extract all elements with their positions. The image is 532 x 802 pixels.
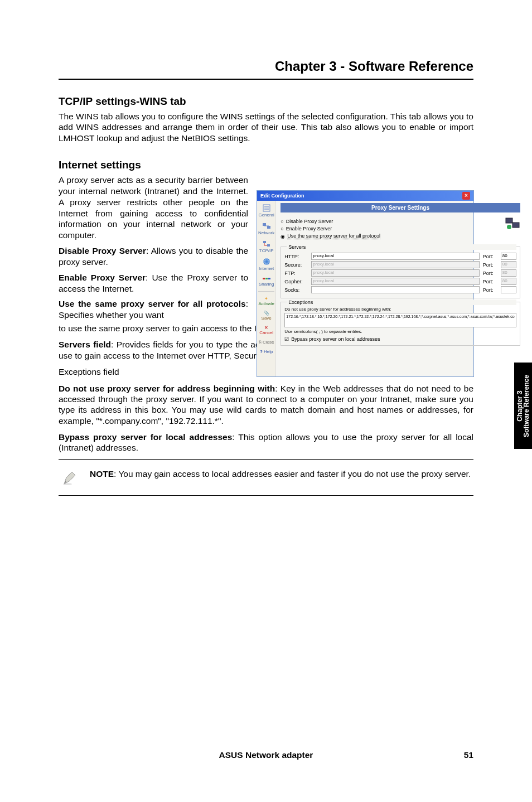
same-proxy-text: Use the same proxy server for all protoc… <box>59 298 248 321</box>
close-icon[interactable]: × <box>462 192 470 200</box>
side-tab-line2: Software Reference <box>523 375 530 437</box>
sidebar-item-network[interactable]: Network <box>258 221 274 236</box>
dialog-titlebar: Edit Configuration × <box>257 191 473 201</box>
secure-input: proxy.local <box>311 261 479 268</box>
chapter-title: Chapter 3 - Software Reference <box>59 59 473 74</box>
svg-rect-8 <box>267 244 270 247</box>
socks-port[interactable] <box>501 286 516 293</box>
sidebar-item-help[interactable]: ? Help <box>258 348 274 355</box>
gopher-port: 80 <box>501 278 516 285</box>
svg-rect-4 <box>263 223 266 226</box>
svg-rect-7 <box>263 241 266 243</box>
note-rest: : You may gain access to local addresses… <box>114 469 471 479</box>
svg-point-17 <box>507 225 511 229</box>
bypass-proxy-text: Bypass proxy server for local addresses:… <box>59 432 473 453</box>
network-icon <box>262 222 271 230</box>
http-label: HTTP: <box>284 254 308 259</box>
http-input[interactable]: proxy.local <box>311 253 479 260</box>
dialog-sidebar: General Network TCP/IP Internet Sharing … <box>257 201 276 376</box>
sidebar-item-general[interactable]: General <box>258 203 274 219</box>
radio-same[interactable]: ◉Use the same proxy server for all proto… <box>280 233 380 239</box>
svg-rect-14 <box>268 278 270 279</box>
dialog-window: Edit Configuration × General Network TCP… <box>257 190 474 377</box>
bypass-proxy-bold: Bypass proxy server for local addresses <box>59 432 232 442</box>
note-block: NOTE: You may gain access to local addre… <box>59 459 473 496</box>
svg-rect-5 <box>267 226 270 229</box>
http-port[interactable]: 80 <box>501 253 516 260</box>
svg-rect-15 <box>506 218 512 223</box>
pencil-icon <box>62 470 79 486</box>
proxy-banner: Proxy Server Settings <box>280 203 520 212</box>
tcpip-icon <box>262 240 271 248</box>
notepad-icon <box>262 204 271 212</box>
dialog-title: Edit Configuration <box>260 193 304 199</box>
secure-port: 80 <box>501 261 516 268</box>
socks-input[interactable] <box>311 286 479 293</box>
servers-field-bold: Servers field <box>59 340 111 349</box>
radio-enable[interactable]: ○Enable Proxy Server <box>280 226 380 231</box>
enable-proxy-bold: Enable Proxy Server <box>59 273 146 282</box>
secure-label: Secure: <box>284 262 308 268</box>
not-use-proxy-text: Do not use proxy server for address begi… <box>59 383 473 427</box>
wins-body: The WINS tab allows you to configure the… <box>59 111 473 143</box>
side-tab: Chapter 3 Software Reference <box>514 363 532 449</box>
ftp-label: FTP: <box>284 270 308 276</box>
same-proxy-bold: Use the same proxy server for all protoc… <box>59 299 246 308</box>
divider <box>59 79 473 80</box>
footer-page: 51 <box>464 750 473 760</box>
sidebar-item-close[interactable]: ⎘ Close <box>258 339 274 346</box>
internet-p1: A proxy server acts as a security barrie… <box>59 175 248 241</box>
sidebar-item-cancel[interactable]: ✕ Cancel <box>258 324 274 336</box>
sidebar-item-activate[interactable]: ✦ Activate <box>258 295 274 307</box>
note-text: NOTE: You may gain access to local addre… <box>90 468 471 479</box>
globe-icon <box>262 258 271 265</box>
ftp-input: proxy.local <box>311 269 479 277</box>
section-internet-title: Internet settings <box>59 159 473 171</box>
dialog-main: Proxy Server Settings ○Disable Proxy Ser… <box>276 201 524 376</box>
gopher-input: proxy.local <box>311 278 479 285</box>
note-bold: NOTE <box>90 469 114 479</box>
ftp-port: 80 <box>501 269 516 277</box>
bypass-checkbox[interactable]: ☑Bypass proxy server on local addresses <box>284 336 516 342</box>
gopher-label: Gopher: <box>284 279 308 284</box>
sharing-icon <box>262 276 271 281</box>
proxy-header-icon <box>505 217 520 230</box>
disable-proxy-bold: Disable Proxy Server <box>59 246 146 255</box>
exceptions-input[interactable]: 172.16.*;172.18.*;10.*;172.20.*;172.21.*… <box>284 313 516 327</box>
servers-legend: Servers <box>287 244 516 250</box>
sidebar-item-sharing[interactable]: Sharing <box>258 274 274 288</box>
disable-proxy-text: Disable Proxy Server: Allows you to disa… <box>59 245 248 268</box>
enable-proxy-text: Enable Proxy Server: Use the Proxy serve… <box>59 272 248 294</box>
sidebar-item-internet[interactable]: Internet <box>258 257 274 272</box>
svg-rect-12 <box>263 278 265 279</box>
exceptions-legend: Exceptions <box>287 299 516 305</box>
sidebar-item-tcpip[interactable]: TCP/IP <box>258 239 274 254</box>
exceptions-note: Use semicolons( ; ) to separate entries. <box>284 329 516 334</box>
section-wins-title: TCP/IP settings-WINS tab <box>59 95 473 108</box>
radio-disable[interactable]: ○Disable Proxy Server <box>280 219 380 224</box>
footer: ASUS Network adapter <box>0 750 532 760</box>
exceptions-sub: Do not use proxy server for addresses be… <box>284 307 516 312</box>
sidebar-item-save[interactable]: 📎 Save <box>258 310 274 322</box>
footer-title: ASUS Network adapter <box>219 750 313 760</box>
not-use-proxy-bold: Do not use proxy server for address begi… <box>59 384 275 393</box>
svg-rect-16 <box>512 223 519 228</box>
svg-point-18 <box>63 483 72 485</box>
svg-rect-13 <box>265 278 268 279</box>
socks-label: Socks: <box>284 287 308 293</box>
svg-point-9 <box>263 258 270 265</box>
